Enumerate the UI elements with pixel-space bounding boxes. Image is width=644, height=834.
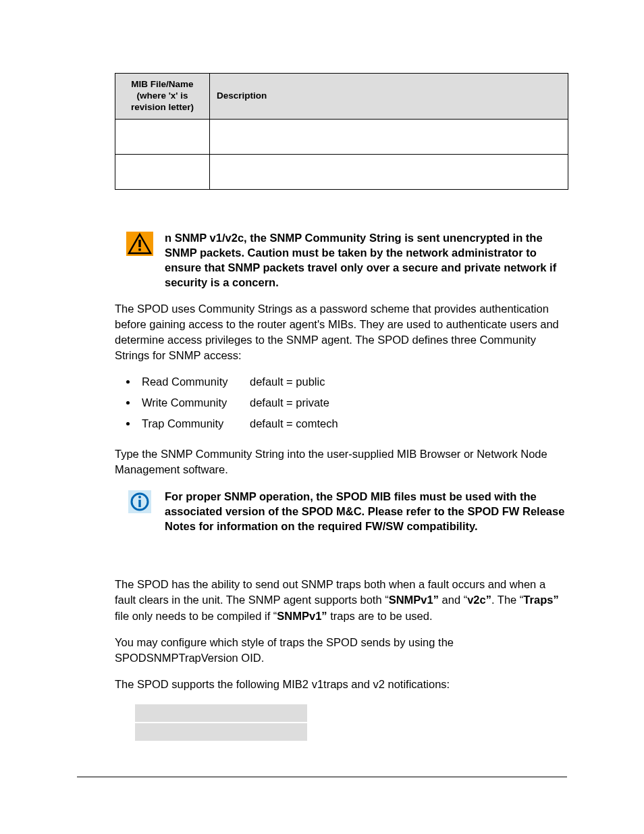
list-item: Trap Community default = comtech (138, 416, 568, 432)
placeholder-bar (135, 723, 307, 741)
warning-text: n SNMP v1/v2c, the SNMP Community String… (165, 230, 568, 290)
community-label: Trap Community (142, 416, 250, 432)
table-row (115, 119, 568, 154)
community-default: default = public (250, 374, 325, 390)
placeholder-bar (135, 704, 307, 722)
list-item: Read Community default = public (138, 374, 568, 390)
info-callout: For proper SNMP operation, the SPOD MIB … (115, 489, 568, 534)
traps-paragraph-1: The SPOD has the ability to send out SNM… (115, 577, 568, 623)
info-icon (128, 490, 151, 513)
warning-callout: n SNMP v1/v2c, the SNMP Community String… (115, 230, 568, 290)
info-text: For proper SNMP operation, the SPOD MIB … (165, 489, 568, 534)
community-strings-list: Read Community default = public Write Co… (138, 374, 568, 432)
type-instruction-paragraph: Type the SNMP Community String into the … (115, 446, 568, 477)
footer-rule (77, 777, 567, 777)
list-item: Write Community default = private (138, 395, 568, 411)
mib-file-table: MIB File/Name (where 'x' is revision let… (115, 73, 568, 190)
mib-table-header-desc: Description (210, 74, 568, 120)
community-label: Write Community (142, 395, 250, 411)
svg-point-7 (138, 496, 141, 498)
traps-paragraph-2: You may configure which style of traps t… (115, 635, 568, 666)
warning-icon (126, 232, 153, 256)
community-default: default = comtech (250, 416, 338, 432)
community-label: Read Community (142, 374, 250, 390)
svg-rect-3 (138, 249, 140, 251)
community-default: default = private (250, 395, 329, 411)
trap-list-placeholder (135, 704, 307, 741)
svg-rect-6 (138, 500, 140, 507)
community-intro-paragraph: The SPOD uses Community Strings as a pas… (115, 301, 568, 363)
mib-table-header-name: MIB File/Name (where 'x' is revision let… (115, 74, 210, 120)
traps-paragraph-3: The SPOD supports the following MIB2 v1t… (115, 677, 568, 692)
svg-rect-2 (138, 240, 140, 247)
table-row (115, 154, 568, 189)
